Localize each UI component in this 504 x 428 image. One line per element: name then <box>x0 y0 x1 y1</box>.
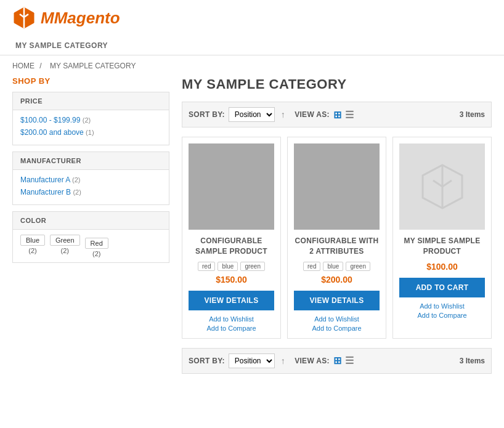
product-links-3: Add to Wishlist Add to Compare <box>399 302 485 319</box>
bottom-sort-section: SORT BY: Position Name Price ↑ <box>189 353 285 368</box>
filter-price-title: PRICE <box>13 92 169 110</box>
product-tag-red-1: red <box>198 262 215 271</box>
sort-select[interactable]: Position Name Price <box>229 107 275 122</box>
swatch-green-count: (2) <box>61 247 69 254</box>
logo-text: MMagento <box>41 9 120 28</box>
item-count: 3 Items <box>460 110 485 119</box>
swatch-red[interactable]: Red <box>85 238 108 249</box>
product-image-1 <box>189 143 274 230</box>
product-price-1: $150.00 <box>189 275 274 285</box>
swatch-group-red: Red (2) <box>85 238 108 257</box>
bottom-view-as-label: VIEW AS: <box>295 357 330 365</box>
wishlist-link-3[interactable]: Add to Wishlist <box>399 302 485 310</box>
product-image-3 <box>399 143 485 230</box>
nav-item-sample-category[interactable]: MY SAMPLE CATEGORY <box>12 41 111 50</box>
filter-manufacturer-item-1: Manufacturer A (2) <box>20 175 161 184</box>
filter-color-swatches: Blue (2) Green (2) Red (2) <box>13 230 169 262</box>
bottom-sort-direction-icon[interactable]: ↑ <box>281 356 285 366</box>
filter-price-link-1[interactable]: $100.00 - $199.99 (2) <box>20 116 91 124</box>
filter-color: COLOR Blue (2) Green (2) Red (2) <box>12 211 169 263</box>
sort-by-label: SORT BY: <box>189 110 225 119</box>
product-card-3: MY SIMPLE SAMPLE PRODUCT $100.00 ADD TO … <box>392 137 492 339</box>
view-details-button-1[interactable]: VIEW DETAILS <box>189 291 274 310</box>
filter-manufacturer: MANUFACTURER Manufacturer A (2) Manufact… <box>12 151 169 205</box>
swatch-green[interactable]: Green <box>50 235 80 246</box>
swatch-blue[interactable]: Blue <box>20 235 45 246</box>
swatch-group-blue: Blue (2) <box>20 235 45 254</box>
logo-area: MMagento <box>12 6 492 36</box>
product-card-2: CONFIGURABLE WITH 2 ATTRIBUTES red blue … <box>287 137 386 339</box>
swatch-group-green: Green (2) <box>50 235 80 254</box>
category-content: MY SAMPLE CATEGORY SORT BY: Position Nam… <box>182 76 492 374</box>
sidebar: SHOP BY PRICE $100.00 - $199.99 (2) $200… <box>12 76 169 374</box>
add-to-cart-button-3[interactable]: ADD TO CART <box>399 278 485 297</box>
product-grid: CONFIGURABLE SAMPLE PRODUCT red blue gre… <box>182 137 492 339</box>
filter-manufacturer-title: MANUFACTURER <box>13 152 169 170</box>
breadcrumb-separator: / <box>39 62 41 70</box>
compare-link-3[interactable]: Add to Compare <box>399 312 485 319</box>
filter-manufacturer-link-1[interactable]: Manufacturer A (2) <box>20 176 81 184</box>
shop-by-title: SHOP BY <box>12 76 169 86</box>
compare-link-2[interactable]: Add to Compare <box>294 325 380 332</box>
bottom-sort-by-label: SORT BY: <box>189 357 225 365</box>
product-tag-green-2: green <box>346 262 370 271</box>
product-tag-blue-1: blue <box>217 262 238 271</box>
list-view-icon[interactable]: ☰ <box>345 109 354 121</box>
main-nav: MY SAMPLE CATEGORY <box>12 36 492 55</box>
breadcrumb: HOME / MY SAMPLE CATEGORY <box>0 55 504 76</box>
filter-manufacturer-link-2[interactable]: Manufacturer B (2) <box>20 188 81 196</box>
product-name-3: MY SIMPLE SAMPLE PRODUCT <box>399 236 485 257</box>
product-name-2: CONFIGURABLE WITH 2 ATTRIBUTES <box>294 236 380 257</box>
wishlist-link-2[interactable]: Add to Wishlist <box>294 315 380 323</box>
breadcrumb-home[interactable]: HOME <box>12 62 35 70</box>
bottom-item-count: 3 Items <box>460 357 485 365</box>
product-tags-2: red blue green <box>294 262 380 271</box>
product-price-3: $100.00 <box>399 262 485 272</box>
sort-section: SORT BY: Position Name Price ↑ <box>189 107 285 122</box>
filter-manufacturer-items: Manufacturer A (2) Manufacturer B (2) <box>13 170 169 204</box>
view-details-button-2[interactable]: VIEW DETAILS <box>294 291 380 310</box>
swatch-blue-count: (2) <box>28 247 36 254</box>
compare-link-1[interactable]: Add to Compare <box>189 325 274 332</box>
product-tags-1: red blue green <box>189 262 274 271</box>
view-as-section: VIEW AS: ⊞ ☰ <box>295 109 354 121</box>
product-image-2 <box>294 143 380 230</box>
swatch-red-count: (2) <box>92 250 100 257</box>
bottom-sort-select[interactable]: Position Name Price <box>229 353 275 368</box>
product-tag-blue-2: blue <box>323 262 343 271</box>
header: MMagento MY SAMPLE CATEGORY <box>0 0 504 55</box>
bottom-grid-view-icon[interactable]: ⊞ <box>333 355 341 366</box>
product-links-2: Add to Wishlist Add to Compare <box>294 315 380 332</box>
filter-price-item-1: $100.00 - $199.99 (2) <box>20 115 161 124</box>
filter-price-item-2: $200.00 and above (1) <box>20 127 161 137</box>
filter-color-title: COLOR <box>13 212 169 230</box>
top-toolbar: SORT BY: Position Name Price ↑ VIEW AS: … <box>182 102 492 127</box>
bottom-list-view-icon[interactable]: ☰ <box>345 355 354 366</box>
bottom-toolbar: SORT BY: Position Name Price ↑ VIEW AS: … <box>182 348 492 374</box>
product-links-1: Add to Wishlist Add to Compare <box>189 315 274 332</box>
page-title: MY SAMPLE CATEGORY <box>182 76 492 92</box>
product-price-2: $200.00 <box>294 275 380 285</box>
product-tag-red-2: red <box>303 262 320 271</box>
filter-price-link-2[interactable]: $200.00 and above (1) <box>20 128 94 137</box>
filter-price-items: $100.00 - $199.99 (2) $200.00 and above … <box>13 110 169 145</box>
bottom-view-as-section: VIEW AS: ⊞ ☰ <box>295 355 354 366</box>
product-name-1: CONFIGURABLE SAMPLE PRODUCT <box>189 236 274 257</box>
filter-manufacturer-item-2: Manufacturer B (2) <box>20 187 161 196</box>
product-tag-green-1: green <box>240 262 265 271</box>
filter-price: PRICE $100.00 - $199.99 (2) $200.00 and … <box>12 92 169 145</box>
breadcrumb-current: MY SAMPLE CATEGORY <box>50 62 136 70</box>
sort-direction-icon[interactable]: ↑ <box>281 110 285 119</box>
wishlist-link-1[interactable]: Add to Wishlist <box>189 315 274 323</box>
logo-icon <box>12 6 36 30</box>
main-content: SHOP BY PRICE $100.00 - $199.99 (2) $200… <box>0 76 504 386</box>
product-card-1: CONFIGURABLE SAMPLE PRODUCT red blue gre… <box>182 137 281 339</box>
product-placeholder-icon <box>418 162 467 211</box>
view-as-label: VIEW AS: <box>295 110 330 119</box>
grid-view-icon[interactable]: ⊞ <box>333 109 341 121</box>
